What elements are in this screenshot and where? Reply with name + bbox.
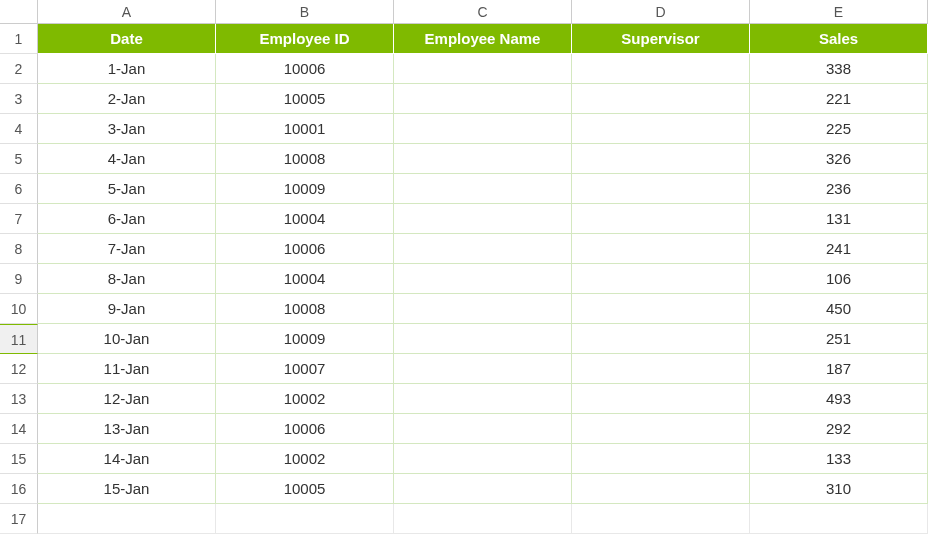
cell-A4[interactable]: 3-Jan [38,114,216,144]
cell-A2[interactable]: 1-Jan [38,54,216,84]
cell-C10[interactable] [394,294,572,324]
cell-E12[interactable]: 187 [750,354,928,384]
cell-C8[interactable] [394,234,572,264]
cell-E17[interactable] [750,504,928,534]
row-head-11[interactable]: 11 [0,324,38,354]
cell-D14[interactable] [572,414,750,444]
cell-D16[interactable] [572,474,750,504]
cell-D12[interactable] [572,354,750,384]
cell-C15[interactable] [394,444,572,474]
cell-C14[interactable] [394,414,572,444]
cell-B6[interactable]: 10009 [216,174,394,204]
select-all-corner[interactable] [0,0,38,24]
row-head-13[interactable]: 13 [0,384,38,414]
cell-E3[interactable]: 221 [750,84,928,114]
cell-A7[interactable]: 6-Jan [38,204,216,234]
cell-C2[interactable] [394,54,572,84]
cell-B11[interactable]: 10009 [216,324,394,354]
cell-A15[interactable]: 14-Jan [38,444,216,474]
cell-A9[interactable]: 8-Jan [38,264,216,294]
cell-D3[interactable] [572,84,750,114]
row-head-8[interactable]: 8 [0,234,38,264]
cell-C16[interactable] [394,474,572,504]
col-head-B[interactable]: B [216,0,394,24]
cell-E14[interactable]: 292 [750,414,928,444]
cell-B12[interactable]: 10007 [216,354,394,384]
row-head-1[interactable]: 1 [0,24,38,54]
row-head-17[interactable]: 17 [0,504,38,534]
header-sales[interactable]: Sales [750,24,928,54]
cell-B13[interactable]: 10002 [216,384,394,414]
row-head-14[interactable]: 14 [0,414,38,444]
cell-B5[interactable]: 10008 [216,144,394,174]
cell-A14[interactable]: 13-Jan [38,414,216,444]
row-head-5[interactable]: 5 [0,144,38,174]
cell-E2[interactable]: 338 [750,54,928,84]
cell-C13[interactable] [394,384,572,414]
cell-B15[interactable]: 10002 [216,444,394,474]
cell-C11[interactable] [394,324,572,354]
cell-A13[interactable]: 12-Jan [38,384,216,414]
col-head-E[interactable]: E [750,0,928,24]
cell-D4[interactable] [572,114,750,144]
cell-B3[interactable]: 10005 [216,84,394,114]
cell-D9[interactable] [572,264,750,294]
cell-A16[interactable]: 15-Jan [38,474,216,504]
cell-E4[interactable]: 225 [750,114,928,144]
cell-B17[interactable] [216,504,394,534]
col-head-C[interactable]: C [394,0,572,24]
cell-E15[interactable]: 133 [750,444,928,474]
cell-D7[interactable] [572,204,750,234]
row-head-6[interactable]: 6 [0,174,38,204]
cell-E11[interactable]: 251 [750,324,928,354]
cell-E8[interactable]: 241 [750,234,928,264]
cell-A3[interactable]: 2-Jan [38,84,216,114]
cell-D11[interactable] [572,324,750,354]
cell-A12[interactable]: 11-Jan [38,354,216,384]
cell-A17[interactable] [38,504,216,534]
cell-A10[interactable]: 9-Jan [38,294,216,324]
cell-C17[interactable] [394,504,572,534]
cell-B10[interactable]: 10008 [216,294,394,324]
cell-A6[interactable]: 5-Jan [38,174,216,204]
cell-D8[interactable] [572,234,750,264]
spreadsheet-grid[interactable]: A B C D E 1 Date Employee ID Employee Na… [0,0,933,534]
cell-D13[interactable] [572,384,750,414]
cell-B8[interactable]: 10006 [216,234,394,264]
cell-B14[interactable]: 10006 [216,414,394,444]
cell-E6[interactable]: 236 [750,174,928,204]
cell-D6[interactable] [572,174,750,204]
cell-E5[interactable]: 326 [750,144,928,174]
col-head-D[interactable]: D [572,0,750,24]
cell-B4[interactable]: 10001 [216,114,394,144]
cell-A8[interactable]: 7-Jan [38,234,216,264]
row-head-16[interactable]: 16 [0,474,38,504]
header-employee-name[interactable]: Employee Name [394,24,572,54]
cell-C4[interactable] [394,114,572,144]
row-head-2[interactable]: 2 [0,54,38,84]
header-employee-id[interactable]: Employee ID [216,24,394,54]
col-head-A[interactable]: A [38,0,216,24]
cell-D17[interactable] [572,504,750,534]
cell-C7[interactable] [394,204,572,234]
row-head-4[interactable]: 4 [0,114,38,144]
cell-D15[interactable] [572,444,750,474]
cell-E9[interactable]: 106 [750,264,928,294]
cell-C6[interactable] [394,174,572,204]
row-head-12[interactable]: 12 [0,354,38,384]
row-head-10[interactable]: 10 [0,294,38,324]
cell-D10[interactable] [572,294,750,324]
cell-E7[interactable]: 131 [750,204,928,234]
cell-C5[interactable] [394,144,572,174]
cell-B9[interactable]: 10004 [216,264,394,294]
cell-B16[interactable]: 10005 [216,474,394,504]
cell-C3[interactable] [394,84,572,114]
header-supervisor[interactable]: Supervisor [572,24,750,54]
row-head-7[interactable]: 7 [0,204,38,234]
row-head-9[interactable]: 9 [0,264,38,294]
cell-C12[interactable] [394,354,572,384]
cell-E13[interactable]: 493 [750,384,928,414]
cell-D2[interactable] [572,54,750,84]
row-head-15[interactable]: 15 [0,444,38,474]
header-date[interactable]: Date [38,24,216,54]
